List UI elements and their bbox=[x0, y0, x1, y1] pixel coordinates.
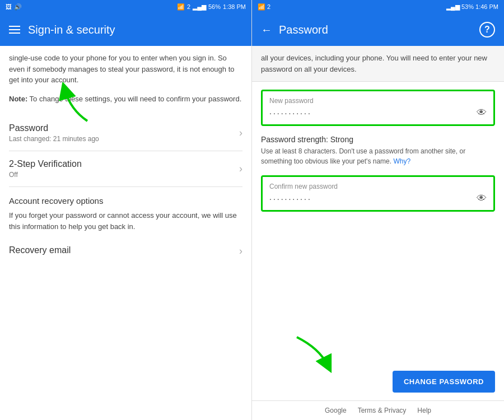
status-icons-right: 📶 2 bbox=[258, 3, 270, 11]
footer-terms-link[interactable]: Terms & Privacy bbox=[358, 407, 407, 414]
signal-bars-right: ▂▄▆ bbox=[446, 3, 460, 10]
left-panel: 🖼 🔊 📶 2 ▂▄▆ 56% 1:38 PM Sign-in & securi… bbox=[0, 0, 252, 420]
password-menu-item[interactable]: Password Last changed: 21 minutes ago › bbox=[9, 115, 242, 151]
password-menu-title: Password bbox=[9, 123, 99, 133]
status-bar-left: 🖼 🔊 📶 2 ▂▄▆ 56% 1:38 PM bbox=[0, 0, 251, 13]
page-title-left: Sign-in & security bbox=[28, 24, 115, 36]
confirm-password-wrapper: Confirm new password ··········· 👁 bbox=[261, 175, 495, 212]
right-content: all your devices, including your phone. … bbox=[252, 46, 504, 420]
wifi-icon-right: 📶 bbox=[258, 3, 265, 10]
confirm-password-eye-icon[interactable]: 👁 bbox=[477, 193, 487, 204]
header-right: ← Password ? bbox=[252, 13, 504, 46]
menu-button[interactable] bbox=[9, 26, 20, 34]
footer-help-link[interactable]: Help bbox=[417, 407, 431, 414]
strength-label: Password strength: Strong bbox=[261, 135, 495, 144]
footer-links: Google Terms & Privacy Help bbox=[252, 400, 504, 420]
volume-icon: 🔊 bbox=[14, 3, 22, 11]
right-panel: 📶 2 ▂▄▆ 53% 1:46 PM ← Password ? all you… bbox=[252, 0, 504, 420]
page-title-right: Password bbox=[279, 24, 328, 36]
status-bar-right: 📶 2 ▂▄▆ 53% 1:46 PM bbox=[252, 0, 504, 13]
strength-body: Use at least 8 characters. Don't use a p… bbox=[261, 146, 495, 166]
two-step-menu-info: 2-Step Verification Off bbox=[9, 159, 82, 179]
change-password-button[interactable]: CHANGE PASSWORD bbox=[393, 371, 495, 393]
password-menu-wrapper: Password Last changed: 21 minutes ago › bbox=[9, 115, 242, 151]
left-content: single-use code to your phone for you to… bbox=[0, 46, 251, 420]
header-left: Sign-in & security bbox=[0, 13, 251, 46]
password-fields-area: New password ··········· 👁 Password stre… bbox=[252, 82, 504, 365]
hamburger-line bbox=[9, 29, 20, 30]
status-right-right: ▂▄▆ 53% 1:46 PM bbox=[446, 3, 498, 11]
strength-section: Password strength: Strong Use at least 8… bbox=[261, 135, 495, 166]
hamburger-line bbox=[9, 32, 20, 34]
status-icons-left: 🖼 🔊 bbox=[6, 3, 22, 11]
why-link[interactable]: Why? bbox=[393, 157, 410, 165]
strength-value: Strong bbox=[330, 135, 353, 144]
confirm-password-value[interactable]: ··········· bbox=[269, 194, 312, 203]
new-password-value[interactable]: ··········· bbox=[269, 109, 312, 118]
recovery-email-chevron: › bbox=[239, 245, 242, 257]
status-right-left: 📶 2 ▂▄▆ 56% 1:38 PM bbox=[177, 3, 246, 11]
image-icon: 🖼 bbox=[6, 3, 12, 10]
two-step-chevron: › bbox=[239, 163, 242, 175]
new-password-eye-icon[interactable]: 👁 bbox=[477, 107, 487, 119]
help-button[interactable]: ? bbox=[479, 22, 495, 38]
hamburger-line bbox=[9, 26, 20, 27]
note-text: Note: To change these settings, you will… bbox=[9, 94, 242, 105]
two-step-menu-title: 2-Step Verification bbox=[9, 159, 82, 169]
recovery-email-title: Recovery email bbox=[9, 245, 71, 255]
two-step-menu-subtitle: Off bbox=[9, 171, 82, 179]
back-button[interactable]: ← bbox=[261, 24, 272, 36]
recovery-email-item[interactable]: Recovery email › bbox=[9, 237, 242, 265]
signal-badge-right: 2 bbox=[267, 3, 270, 10]
info-box: all your devices, including your phone. … bbox=[252, 46, 504, 82]
confirm-password-row: ··········· 👁 bbox=[269, 193, 487, 204]
battery-level-right: 53% bbox=[461, 3, 474, 10]
change-btn-area: CHANGE PASSWORD bbox=[252, 365, 504, 400]
password-menu-info: Password Last changed: 21 minutes ago bbox=[9, 123, 99, 143]
new-password-group: New password ··········· 👁 bbox=[261, 90, 495, 126]
account-recovery-body: If you forget your password or cannot ac… bbox=[9, 210, 242, 232]
new-password-label: New password bbox=[269, 97, 487, 105]
confirm-password-group: Confirm new password ··········· 👁 bbox=[261, 175, 495, 212]
signal-badge-left: 2 bbox=[187, 3, 190, 10]
account-recovery-heading: Account recovery options bbox=[9, 196, 242, 206]
header-right-left: ← Password bbox=[261, 24, 328, 36]
footer-google-link[interactable]: Google bbox=[325, 407, 347, 414]
battery-level-left: 56% bbox=[208, 3, 221, 10]
new-password-row: ··········· 👁 bbox=[269, 107, 487, 119]
wifi-icon-left: 📶 bbox=[177, 3, 185, 11]
password-menu-subtitle: Last changed: 21 minutes ago bbox=[9, 135, 99, 143]
signal-bars-left: ▂▄▆ bbox=[193, 3, 206, 11]
body-text-left: single-use code to your phone for you to… bbox=[9, 53, 242, 86]
password-chevron: › bbox=[239, 127, 242, 139]
confirm-password-label: Confirm new password bbox=[269, 183, 487, 190]
time-right: 1:46 PM bbox=[475, 3, 498, 10]
time-left: 1:38 PM bbox=[223, 3, 246, 10]
two-step-menu-item[interactable]: 2-Step Verification Off › bbox=[9, 151, 242, 187]
